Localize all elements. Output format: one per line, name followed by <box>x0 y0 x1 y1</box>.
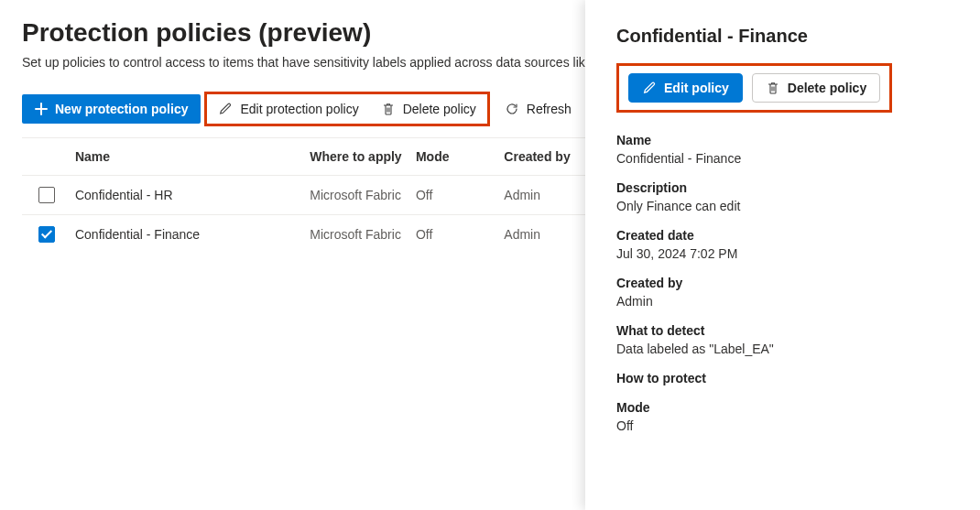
detail-mode-label: Mode <box>616 400 962 415</box>
edit-policy-label: Edit protection policy <box>240 102 358 116</box>
detail-created-date-value: Jul 30, 2024 7:02 PM <box>616 246 962 261</box>
detail-name-value: Confidential - Finance <box>616 151 962 166</box>
panel-edit-button[interactable]: Edit policy <box>628 73 743 103</box>
row-createdby: Admin <box>504 188 585 202</box>
detail-created-date-label: Created date <box>616 228 962 243</box>
detail-how-to-protect: How to protect <box>616 371 962 385</box>
pencil-icon <box>642 81 657 95</box>
detail-mode-value: Off <box>616 418 962 433</box>
toolbar: New protection policy Edit protection po… <box>22 92 585 126</box>
row-checkbox[interactable] <box>38 226 55 243</box>
row-where: Microsoft Fabric <box>310 188 416 202</box>
table-row[interactable]: Confidential - HR Microsoft Fabric Off A… <box>22 175 585 214</box>
row-mode: Off <box>416 188 504 202</box>
details-panel: Confidential - Finance Edit policy Delet… <box>585 0 980 510</box>
table-header: Name Where to apply Mode Created by <box>22 137 585 175</box>
row-mode: Off <box>416 227 504 242</box>
page-subtitle: Set up policies to control access to ite… <box>22 55 585 70</box>
toolbar-highlight-group: Edit protection policy Delete policy <box>204 92 489 126</box>
new-policy-button[interactable]: New protection policy <box>22 94 201 124</box>
panel-edit-label: Edit policy <box>664 81 729 95</box>
refresh-label: Refresh <box>527 102 572 116</box>
row-checkbox[interactable] <box>38 187 55 203</box>
delete-policy-label: Delete policy <box>403 102 476 116</box>
refresh-icon <box>505 102 519 116</box>
new-policy-label: New protection policy <box>55 102 188 116</box>
trash-icon <box>766 81 780 95</box>
col-where-header: Where to apply <box>310 149 416 164</box>
detail-created-by: Created by Admin <box>616 276 962 309</box>
delete-policy-button[interactable]: Delete policy <box>370 94 487 124</box>
pencil-icon <box>218 102 233 116</box>
detail-what-to-detect-value: Data labeled as "Label_EA" <box>616 342 962 356</box>
row-where: Microsoft Fabric <box>310 227 416 242</box>
edit-policy-button[interactable]: Edit protection policy <box>207 94 369 124</box>
panel-action-group: Edit policy Delete policy <box>616 63 892 113</box>
detail-created-by-label: Created by <box>616 276 962 290</box>
detail-created-by-value: Admin <box>616 294 962 309</box>
detail-name-label: Name <box>616 133 962 147</box>
detail-description-label: Description <box>616 180 962 195</box>
col-name-header: Name <box>71 149 310 164</box>
table-row[interactable]: Confidential - Finance Microsoft Fabric … <box>22 214 585 254</box>
panel-delete-button[interactable]: Delete policy <box>752 73 880 103</box>
detail-how-to-protect-label: How to protect <box>616 371 962 385</box>
trash-icon <box>381 102 396 116</box>
main-content: Protection policies (preview) Set up pol… <box>0 0 585 510</box>
detail-created-date: Created date Jul 30, 2024 7:02 PM <box>616 228 962 261</box>
plus-icon <box>35 103 48 115</box>
policies-table: Name Where to apply Mode Created by Conf… <box>22 137 585 254</box>
detail-mode: Mode Off <box>616 400 962 433</box>
detail-name: Name Confidential - Finance <box>616 133 962 166</box>
page-title: Protection policies (preview) <box>22 18 585 48</box>
detail-what-to-detect: What to detect Data labeled as "Label_EA… <box>616 323 962 356</box>
panel-title: Confidential - Finance <box>616 26 962 47</box>
row-name: Confidential - Finance <box>71 227 310 242</box>
detail-what-to-detect-label: What to detect <box>616 323 962 338</box>
row-name: Confidential - HR <box>71 188 310 202</box>
detail-description-value: Only Finance can edit <box>616 199 962 213</box>
col-mode-header: Mode <box>416 149 504 164</box>
panel-delete-label: Delete policy <box>788 81 866 95</box>
col-createdby-header: Created by <box>504 149 585 164</box>
refresh-button[interactable]: Refresh <box>494 94 583 124</box>
detail-description: Description Only Finance can edit <box>616 180 962 213</box>
row-createdby: Admin <box>504 227 585 242</box>
